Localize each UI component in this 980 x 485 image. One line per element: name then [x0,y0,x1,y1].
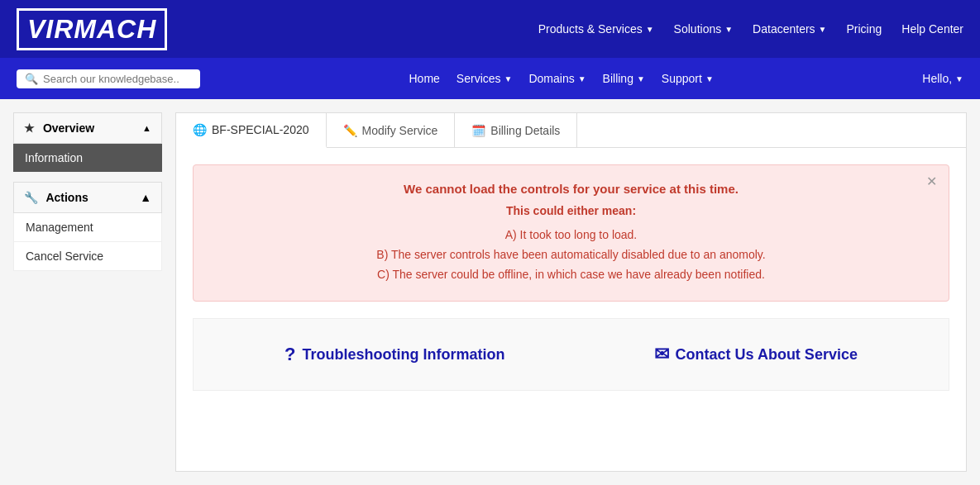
nav-help-center[interactable]: Help Center [901,22,963,36]
nav-billing[interactable]: Billing ▼ [603,72,645,85]
main-container: ★ Overview ▲ Information 🔧 Actions ▲ Man… [0,99,980,485]
search-input[interactable] [43,73,192,85]
top-navbar: VIRMACH Products & Services ▼ Solutions … [0,0,980,58]
chevron-down-icon: ▼ [504,74,513,83]
chevron-down-icon: ▼ [578,74,586,83]
nav-products-services[interactable]: Products & Services ▼ [538,22,654,36]
alert-body: A) It took too long to load. B) The serv… [218,226,924,284]
nav-support[interactable]: Support ▼ [662,72,714,85]
tabs-bar: 🌐 BF-SPECIAL-2020 ✏️ Modify Service 🗓️ B… [176,113,966,148]
tab-bf-special-2020[interactable]: 🌐 BF-SPECIAL-2020 [176,113,327,148]
globe-icon: 🌐 [193,123,207,136]
chevron-up-icon: ▲ [140,191,151,204]
sidebar: ★ Overview ▲ Information 🔧 Actions ▲ Man… [13,112,162,472]
sidebar-overview-header[interactable]: ★ Overview ▲ [13,112,162,144]
chevron-up-icon: ▲ [142,123,151,133]
tab-modify-service[interactable]: ✏️ Modify Service [327,113,456,147]
edit-icon: ✏️ [343,124,357,137]
tab-billing-details[interactable]: 🗓️ Billing Details [455,113,577,147]
calendar-icon: 🗓️ [471,124,485,137]
sidebar-actions-header[interactable]: 🔧 Actions ▲ [13,182,162,213]
nav-solutions[interactable]: Solutions ▼ [674,22,734,36]
wrench-icon: 🔧 [24,191,38,204]
sidebar-item-information[interactable]: Information [13,144,162,172]
sidebar-item-cancel-service[interactable]: Cancel Service [13,242,162,271]
chevron-down-icon: ▼ [646,25,654,34]
nav-services[interactable]: Services ▼ [457,72,513,85]
chevron-down-icon: ▼ [637,74,645,83]
star-icon: ★ [24,121,35,135]
bottom-section: ? Troubleshooting Information ✉ Contact … [193,318,949,391]
troubleshooting-link[interactable]: ? Troubleshooting Information [284,344,504,365]
alert-subtitle: This could either mean: [218,204,924,217]
logo[interactable]: VIRMACH [17,8,167,50]
alert-close-button[interactable]: ✕ [926,174,937,189]
alert-line-b: B) The server controls have been automat… [218,245,924,265]
alert-box: ✕ We cannot load the controls for your s… [193,164,949,302]
top-nav-links: Products & Services ▼ Solutions ▼ Datace… [538,22,963,36]
alert-line-a: A) It took too long to load. [218,226,924,245]
nav-domains[interactable]: Domains ▼ [528,72,586,85]
search-icon: 🔍 [25,73,38,85]
second-navbar: 🔍 Home Services ▼ Domains ▼ Billing ▼ Su… [0,58,980,99]
second-nav-links: Home Services ▼ Domains ▼ Billing ▼ Supp… [213,72,909,85]
chevron-down-icon: ▼ [724,25,733,34]
alert-title: We cannot load the controls for your ser… [218,182,924,196]
nav-pricing[interactable]: Pricing [847,22,882,36]
contact-us-link[interactable]: ✉ Contact Us About Service [654,344,858,365]
nav-home[interactable]: Home [409,72,439,85]
search-box[interactable]: 🔍 [17,69,200,88]
user-greeting[interactable]: Hello, ▼ [922,72,963,85]
envelope-icon: ✉ [654,344,669,365]
sidebar-item-management[interactable]: Management [13,213,162,242]
chevron-down-icon: ▼ [955,74,963,83]
alert-line-c: C) The server could be offline, in which… [218,265,924,285]
content-area: 🌐 BF-SPECIAL-2020 ✏️ Modify Service 🗓️ B… [175,112,967,472]
question-icon: ? [284,344,295,365]
chevron-down-icon: ▼ [705,74,714,83]
nav-datacenters[interactable]: Datacenters ▼ [753,22,826,36]
chevron-down-icon: ▼ [819,25,827,34]
